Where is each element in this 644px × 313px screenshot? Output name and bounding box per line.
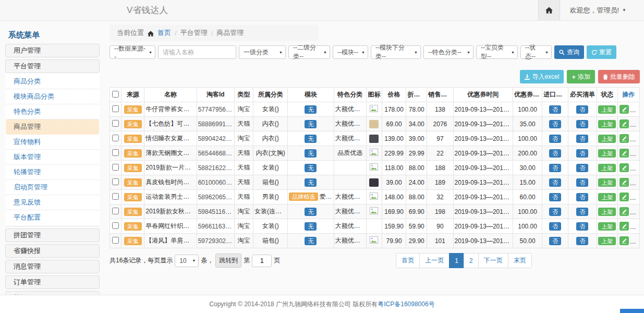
sidebar-item[interactable]: 宣传物料	[6, 135, 99, 150]
query-button[interactable]: 查询	[554, 45, 584, 59]
must-buy-toggle[interactable]: 否	[576, 135, 588, 143]
reset-button[interactable]: 重置	[587, 45, 616, 59]
pager-button[interactable]: 首页	[396, 253, 420, 268]
filter-select[interactable]: --模块--▼	[333, 45, 368, 59]
sidebar-item[interactable]: 模块商品分类	[6, 89, 99, 104]
row-checkbox[interactable]	[112, 135, 119, 141]
filter-select[interactable]: 一级分类▼	[239, 45, 286, 59]
import-select-toggle[interactable]: 否	[549, 193, 561, 201]
row-checkbox[interactable]	[112, 208, 119, 214]
add-button[interactable]: + 添加	[567, 70, 595, 83]
import-select-toggle[interactable]: 否	[549, 222, 561, 231]
edit-button[interactable]	[619, 236, 629, 245]
status-badge[interactable]: 上架	[598, 164, 616, 172]
filter-select[interactable]: --特色分类--▼	[423, 45, 473, 59]
coupon-time: 2019-09-13—2019-09-20	[453, 131, 513, 146]
import-excel-button[interactable]: 导入excel	[520, 70, 564, 83]
edit-button[interactable]	[619, 105, 629, 114]
home-button[interactable]	[538, 0, 560, 20]
sales-count: 138	[427, 102, 453, 117]
filter-select[interactable]: --状态--▼	[520, 45, 552, 59]
select-all-checkbox[interactable]	[112, 91, 119, 98]
edit-button[interactable]	[619, 163, 629, 172]
row-checkbox[interactable]	[112, 164, 119, 171]
must-buy-toggle[interactable]: 否	[576, 120, 588, 128]
filter-select[interactable]: --模块下分类--▼	[371, 45, 421, 59]
sidebar-group[interactable]: 拼团管理	[5, 228, 100, 242]
sidebar-item[interactable]: 商品分类	[6, 74, 99, 89]
edit-button[interactable]	[619, 149, 629, 158]
sidebar-item-active[interactable]: 商品管理	[6, 119, 99, 135]
sidebar-item[interactable]: 启动页管理	[6, 180, 99, 195]
filter-select[interactable]: --二级分类--▼	[288, 45, 330, 59]
pager-button[interactable]: 下一页	[478, 253, 508, 268]
sidebar-group[interactable]: 省赚快报	[5, 244, 100, 258]
name-search-input[interactable]	[158, 45, 236, 59]
edit-button[interactable]	[619, 207, 629, 216]
filter-select[interactable]: --宝贝类型--▼	[476, 45, 518, 59]
status-badge[interactable]: 上架	[598, 120, 616, 128]
sidebar-group[interactable]: 消息管理	[5, 260, 100, 273]
import-select-toggle[interactable]: 否	[549, 120, 561, 128]
breadcrumb-home-link[interactable]: 首页	[157, 28, 171, 38]
row-checkbox[interactable]	[112, 120, 119, 127]
pager-button[interactable]: 上一页	[419, 253, 449, 268]
must-buy-toggle[interactable]: 否	[576, 222, 588, 231]
jump-page-input[interactable]	[252, 255, 272, 267]
sidebar-item[interactable]: 轮播管理	[6, 165, 99, 180]
import-select-toggle[interactable]: 否	[549, 105, 561, 114]
sidebar-group[interactable]: 订单管理	[5, 275, 100, 289]
edit-button[interactable]	[619, 178, 629, 187]
must-buy-toggle[interactable]: 否	[576, 178, 588, 187]
sidebar-group[interactable]: 用户管理	[5, 44, 100, 57]
import-select-toggle[interactable]: 否	[549, 208, 561, 216]
import-select-toggle[interactable]: 否	[549, 149, 561, 158]
must-buy-toggle[interactable]: 否	[576, 237, 588, 245]
user-menu[interactable]: 欢迎您，管理员! ▼	[560, 0, 644, 20]
pager-button[interactable]: 1	[449, 253, 464, 268]
must-buy-toggle[interactable]: 否	[576, 149, 588, 158]
row-checkbox[interactable]	[112, 193, 119, 200]
page-size-select[interactable]: 10 ▼	[175, 255, 199, 267]
sidebar-item[interactable]: 平台配置	[6, 210, 99, 225]
import-select-toggle[interactable]: 否	[549, 237, 561, 245]
sidebar-item[interactable]: 版本管理	[6, 150, 99, 165]
must-buy-toggle[interactable]: 否	[576, 164, 588, 172]
row-checkbox[interactable]	[112, 149, 119, 156]
status-badge[interactable]: 上架	[598, 178, 616, 187]
coupon-time: 2019-09-13—2019-09-18	[453, 234, 513, 248]
sidebar-group[interactable]: 平台管理	[5, 59, 100, 73]
status-badge[interactable]: 上架	[598, 193, 616, 201]
row-checkbox[interactable]	[112, 178, 119, 185]
edit-button[interactable]	[619, 222, 629, 231]
row-checkbox[interactable]	[112, 222, 119, 229]
import-select-toggle[interactable]: 否	[549, 135, 561, 143]
sidebar-group[interactable]: 兑换管理	[5, 291, 100, 295]
status-badge[interactable]: 上架	[598, 105, 616, 114]
filter-select[interactable]: --数据来源--▼	[110, 45, 155, 59]
must-buy-toggle[interactable]: 否	[576, 193, 588, 201]
edit-button[interactable]	[619, 192, 629, 201]
icp-link[interactable]: 粤ICP备16098006号	[378, 300, 434, 309]
row-checkbox-cell	[110, 190, 121, 204]
row-checkbox[interactable]	[112, 237, 119, 244]
status-badge[interactable]: 上架	[598, 149, 616, 158]
edit-button[interactable]	[619, 119, 629, 128]
must-buy-toggle[interactable]: 否	[576, 105, 588, 114]
row-checkbox[interactable]	[112, 105, 119, 112]
must-buy-toggle[interactable]: 否	[576, 208, 588, 216]
status-badge[interactable]: 上架	[598, 222, 616, 231]
jump-button[interactable]: 跳转到	[215, 254, 241, 268]
status-badge[interactable]: 上架	[598, 237, 616, 245]
import-select-toggle[interactable]: 否	[549, 178, 561, 187]
pager-button[interactable]: 末页	[508, 253, 532, 268]
pager-button[interactable]: 2	[464, 253, 479, 268]
batch-delete-button[interactable]: 批量删除	[598, 70, 640, 83]
chevron-down-icon: ▼	[149, 51, 152, 54]
sidebar-item[interactable]: 特色分类	[6, 104, 99, 119]
edit-button[interactable]	[619, 134, 629, 143]
import-select-toggle[interactable]: 否	[549, 164, 561, 172]
status-badge[interactable]: 上架	[598, 208, 616, 216]
status-badge[interactable]: 上架	[598, 135, 616, 143]
sidebar-item[interactable]: 意见反馈	[6, 195, 99, 210]
